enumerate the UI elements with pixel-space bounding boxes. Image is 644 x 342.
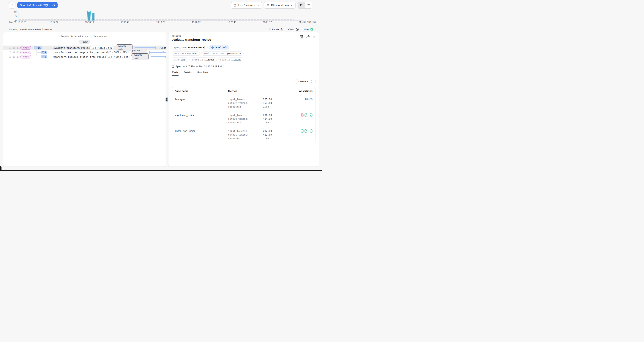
pill-value: ...15ddb8 — [204, 58, 214, 61]
tab-details[interactable]: Details — [184, 71, 192, 76]
day-separator-label: Today — [79, 40, 90, 44]
time-range-select[interactable]: Last 5 minutes — [231, 2, 262, 9]
pill-key: span_id — [220, 58, 230, 61]
metrics-cell: input_tokens:202.00 output_tokens:482.00… — [228, 129, 289, 140]
metric-value: 453.00 — [263, 101, 289, 105]
input-tokens-count: 1030 — [114, 51, 120, 54]
trace-id-pill[interactable]: trace_id ...15ddb8 — [190, 58, 216, 62]
chevron-down-icon — [290, 4, 293, 7]
assertions-cell: 83.3% — [289, 97, 312, 100]
trace-rows: 13:18:11 evals − 16 evaluate transform_r… — [3, 46, 166, 59]
pill-value: Info — [222, 46, 227, 49]
tree-view-toggle[interactable] — [298, 2, 305, 9]
list-view-icon — [307, 4, 310, 7]
metric-label: input_tokens: — [228, 97, 263, 101]
pill-key: trace_id — [192, 58, 203, 61]
duration-bar — [150, 55, 166, 58]
metric-value: 208.00 — [263, 113, 289, 117]
pill-value: ...1ca2ce — [231, 58, 241, 61]
histogram-bar-value-9[interactable] — [92, 13, 94, 21]
calendar-icon — [234, 4, 237, 7]
main-content: No older items in the selected time wind… — [3, 32, 319, 167]
tab-raw-data[interactable]: Raw Data — [197, 71, 209, 76]
sigma-icon: Σ — [111, 55, 112, 58]
span-name-pill[interactable]: span_name evaluate {name} — [172, 45, 208, 50]
child-count: 7 — [45, 51, 46, 54]
service-name-pill[interactable]: service_name evals — [172, 51, 200, 56]
span-id-pill[interactable]: span_id ...1ca2ce — [218, 58, 243, 62]
collapse-button[interactable]: Collapse — [269, 28, 283, 31]
child-count: 7 — [45, 55, 46, 58]
row-timestamp: 13:18:11 — [8, 51, 20, 54]
x-axis-label: 13:20:40 — [228, 21, 236, 24]
detail-panel-actions: ✕ — [300, 35, 315, 39]
columns-button[interactable]: Columns — [296, 79, 316, 84]
assertion-pass-check-icon: ✓ — [304, 129, 308, 133]
duration-bar — [149, 51, 166, 54]
metric-label: input_tokens: — [228, 113, 263, 117]
list-view-toggle[interactable] — [305, 2, 312, 9]
empty-window-notice: No older items in the selected time wind… — [3, 35, 166, 38]
dock-panel-icon[interactable] — [300, 35, 303, 39]
coin-icon — [108, 56, 110, 58]
status-bar: Showing records from the last 5 minutes … — [0, 25, 322, 31]
output-tokens-count: 648 — [108, 47, 112, 49]
collapse-children-badge[interactable]: − 16 — [34, 46, 42, 50]
tree-cell: + 7 — [31, 51, 53, 54]
trace-row-gluten-free-recipe[interactable]: 13:18:11 evals + 7 transform_recipe: glu… — [3, 55, 166, 59]
input-tokens-arrow-icon: ↗ — [112, 51, 113, 54]
service-badge[interactable]: evals — [20, 46, 31, 50]
table-row-averages: Averages input_tokens:205.00 output_toke… — [172, 95, 315, 111]
records-histogram: 10 5 0 Mar 31. 13:16:55 13:17:32 13:18:1… — [0, 11, 322, 25]
clear-circle-x-icon — [296, 28, 299, 31]
assertion-fail-x-icon: ✕ — [300, 113, 304, 117]
row-right-group: Σ ↗ 1082 ↙ 325 pydantic-evals 6.89s — [106, 53, 166, 60]
assertions-percentage: 83.3% — [305, 97, 312, 100]
pill-key: kind — [174, 58, 180, 61]
tree-connector — [36, 50, 41, 57]
y-axis-line — [18, 12, 18, 21]
search-button[interactable]: Search & filter with SQL... — [17, 2, 58, 9]
expand-children-badge[interactable]: + 7 — [41, 51, 47, 54]
clear-button[interactable]: Clear — [288, 28, 299, 31]
service-badge[interactable]: evals — [20, 51, 31, 54]
pill-key: level — [215, 46, 222, 49]
copy-link-icon[interactable] — [306, 35, 310, 39]
level-pill[interactable]: level Info — [209, 45, 229, 50]
otel-scope-name-pill[interactable]: otel_scope_name pydantic-evals — [201, 51, 244, 56]
filter-local-data-select[interactable]: Filter local data — [264, 2, 296, 9]
plus-square-icon: + — [42, 56, 44, 58]
x-axis-label: 13:18:47 — [121, 21, 130, 24]
at-word: at — [196, 65, 198, 68]
filter-icon — [267, 4, 270, 7]
live-toggle[interactable]: Live — [304, 28, 314, 31]
histogram-plot-area: 10 5 0 — [18, 12, 303, 21]
tab-evals[interactable]: Evals — [172, 71, 178, 76]
close-icon[interactable]: ✕ — [313, 35, 315, 38]
metric-value: 482.00 — [263, 133, 289, 137]
search-icon — [52, 4, 55, 7]
row-timestamp: 13:18:11 — [8, 47, 20, 49]
x-axis-label: 13:19:25 — [156, 21, 165, 24]
slash-shortcut-key[interactable]: / — [9, 2, 15, 9]
span-name: transform_recipe: vegetarian_recipe — [53, 51, 104, 54]
expand-children-badge[interactable]: + 7 — [41, 55, 47, 58]
assertions-cell: ✓✓✓ — [289, 129, 312, 133]
input-tokens-count: 1082 — [116, 55, 121, 58]
topbar-right-controls: Last 5 minutes Filter local data — [231, 2, 312, 9]
pill-value: evaluate {name} — [188, 46, 205, 49]
histogram-bar-value-10[interactable] — [88, 12, 90, 21]
x-axis-label: Mar 31. 13:21:55 — [299, 21, 316, 24]
kind-pill[interactable]: kind span — [172, 58, 188, 62]
x-axis-label: Mar 31. 13:16:55 — [9, 21, 26, 24]
metric-value: 202.00 — [263, 129, 289, 133]
metrics-cell: input_tokens:208.00 output_tokens:424.00… — [228, 113, 289, 124]
assertion-pass-check-icon: ✓ — [309, 113, 312, 117]
evals-table-header: Case name Metrics Assertions — [172, 87, 315, 95]
filter-label: Filter local data — [271, 4, 289, 7]
otel-scope-tag[interactable]: pydantic-evals — [132, 53, 148, 60]
service-badge[interactable]: evals — [20, 55, 31, 58]
assertion-pass-check-icon: ✓ — [300, 129, 304, 133]
detail-tabs: Evals Details Raw Data — [168, 71, 319, 76]
y-axis-tick-10: 10 — [14, 11, 16, 13]
